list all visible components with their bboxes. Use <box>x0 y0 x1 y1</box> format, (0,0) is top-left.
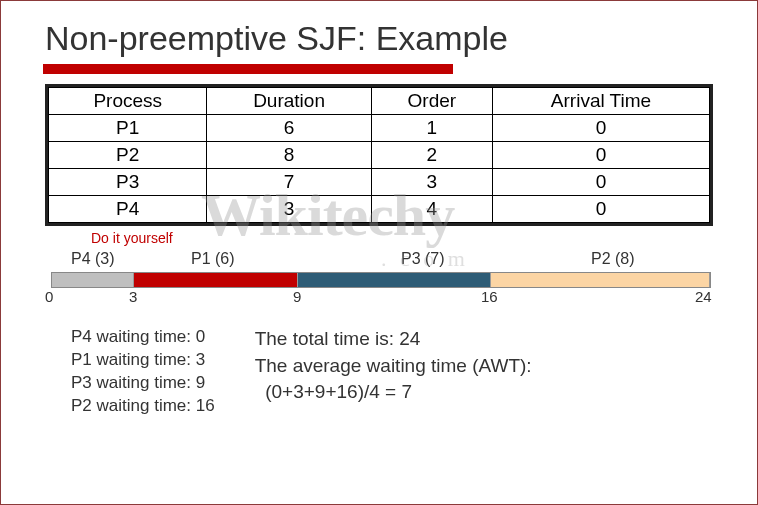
wait-p4: P4 waiting time: 0 <box>71 326 215 349</box>
do-it-yourself-label: Do it yourself <box>91 230 717 246</box>
table-body: P1 6 1 0 P2 8 2 0 P3 7 3 0 <box>49 115 710 223</box>
tick-3: 3 <box>129 288 137 305</box>
totals: The total time is: 24 The average waitin… <box>255 326 532 418</box>
table-row: P4 3 4 0 <box>49 196 710 223</box>
gantt-seg-p2 <box>491 273 710 287</box>
cell: P4 <box>49 196 207 223</box>
gantt-label-p3: P3 (7) <box>401 250 445 268</box>
process-table: Process Duration Order Arrival Time P1 6… <box>48 87 710 223</box>
cell: P3 <box>49 169 207 196</box>
gantt-label-p2: P2 (8) <box>591 250 635 268</box>
awt-label: The average waiting time (AWT): <box>255 353 532 380</box>
title-underline <box>43 64 453 74</box>
wait-p2: P2 waiting time: 16 <box>71 395 215 418</box>
cell: 3 <box>371 169 492 196</box>
process-table-wrap: Process Duration Order Arrival Time P1 6… <box>45 84 713 226</box>
results-row: P4 waiting time: 0 P1 waiting time: 3 P3… <box>71 326 717 418</box>
tick-9: 9 <box>293 288 301 305</box>
cell: 0 <box>493 142 710 169</box>
gantt-chart: P4 (3) P1 (6) P3 (7) P2 (8) 0 3 9 16 24 <box>51 250 707 308</box>
gantt-label-p1: P1 (6) <box>191 250 235 268</box>
tick-24: 24 <box>695 288 712 305</box>
wait-p1: P1 waiting time: 3 <box>71 349 215 372</box>
wait-p3: P3 waiting time: 9 <box>71 372 215 395</box>
cell: 0 <box>493 115 710 142</box>
cell: 0 <box>493 169 710 196</box>
table-row: P1 6 1 0 <box>49 115 710 142</box>
slide-title: Non-preemptive SJF: Example <box>45 19 717 58</box>
table-header-row: Process Duration Order Arrival Time <box>49 88 710 115</box>
gantt-seg-p1 <box>134 273 299 287</box>
cell: P2 <box>49 142 207 169</box>
gantt-labels: P4 (3) P1 (6) P3 (7) P2 (8) <box>51 250 707 272</box>
gantt-ticks: 0 3 9 16 24 <box>51 288 711 308</box>
total-time: The total time is: 24 <box>255 326 532 353</box>
cell: 6 <box>207 115 371 142</box>
cell: 4 <box>371 196 492 223</box>
col-process: Process <box>49 88 207 115</box>
cell: 3 <box>207 196 371 223</box>
cell: 1 <box>371 115 492 142</box>
tick-16: 16 <box>481 288 498 305</box>
cell: 0 <box>493 196 710 223</box>
cell: 7 <box>207 169 371 196</box>
gantt-seg-p3 <box>298 273 490 287</box>
table-row: P3 7 3 0 <box>49 169 710 196</box>
gantt-seg-p4 <box>52 273 134 287</box>
gantt-bar <box>51 272 711 288</box>
cell: P1 <box>49 115 207 142</box>
col-duration: Duration <box>207 88 371 115</box>
waiting-times: P4 waiting time: 0 P1 waiting time: 3 P3… <box>71 326 215 418</box>
col-arrival: Arrival Time <box>493 88 710 115</box>
gantt-label-p4: P4 (3) <box>71 250 115 268</box>
awt-calc: (0+3+9+16)/4 = 7 <box>255 379 532 406</box>
cell: 2 <box>371 142 492 169</box>
cell: 8 <box>207 142 371 169</box>
table-row: P2 8 2 0 <box>49 142 710 169</box>
col-order: Order <box>371 88 492 115</box>
tick-0: 0 <box>45 288 53 305</box>
